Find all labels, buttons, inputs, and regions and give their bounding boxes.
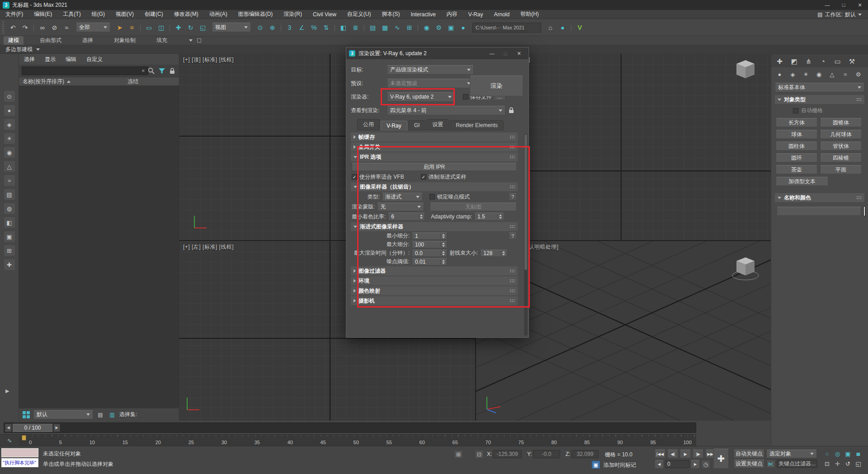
zoom-extents-icon[interactable]: ▣ xyxy=(844,450,852,458)
zoom-all-icon[interactable]: ◎ xyxy=(833,450,842,458)
previous-frame-arrow-icon[interactable]: ◀ xyxy=(5,424,12,432)
view-cube[interactable] xyxy=(733,58,758,82)
dialog-restore-button[interactable]: □ xyxy=(499,47,512,59)
motion-tab-icon[interactable]: ◔ xyxy=(816,55,830,67)
mirror-icon[interactable]: ◧ xyxy=(338,22,349,33)
dialog-scrollbar[interactable] xyxy=(524,133,528,336)
separator[interactable]: | xyxy=(416,22,420,33)
angle-snap-icon[interactable]: ∠ xyxy=(296,22,307,33)
auto-key-button[interactable]: 自动关键点 xyxy=(734,450,764,458)
strip-expand-icon[interactable]: ▶ xyxy=(5,388,9,394)
lock-icon[interactable] xyxy=(168,67,176,75)
preset-dropdown[interactable]: 未选定预设 xyxy=(387,79,474,88)
object-color-swatch[interactable] xyxy=(864,207,865,216)
pan-icon[interactable]: ✛ xyxy=(833,460,842,468)
render-production-icon[interactable]: ● xyxy=(458,22,469,33)
utilities-tab-icon[interactable]: ⚒ xyxy=(845,55,859,67)
min-subdivs-spinner[interactable]: 1 xyxy=(412,232,447,240)
global-switches-rollout-header[interactable]: 全局开关 xyxy=(351,142,518,152)
frozen-column-header[interactable]: 冻结 xyxy=(127,78,138,85)
cameras-category-icon[interactable]: ◉ xyxy=(813,69,825,80)
lock-viewport-icon[interactable] xyxy=(507,106,515,114)
render-preview-icon[interactable]: ● xyxy=(557,22,568,33)
object-type-button[interactable]: 圆柱体 xyxy=(776,142,817,151)
menu-item[interactable]: 动画(A) xyxy=(204,10,233,19)
help-button[interactable]: ? xyxy=(509,193,517,200)
search-input[interactable] xyxy=(22,66,148,75)
frame-buffer-rollout-header[interactable]: 帧缓存 xyxy=(351,133,518,142)
frame-forward-icon[interactable]: ▶ xyxy=(691,460,700,469)
time-configuration-icon[interactable]: ◷ xyxy=(701,460,710,469)
bind-to-space-warp-icon[interactable]: ≈ xyxy=(61,22,72,33)
ipr-options-rollout-header[interactable]: IPR 选项 xyxy=(351,152,518,161)
zoom-icon[interactable]: ○ xyxy=(823,450,831,458)
percent-snap-icon[interactable]: % xyxy=(308,22,320,33)
hierarchy-tab-icon[interactable]: ⋔ xyxy=(802,55,815,67)
explorer-menu-item[interactable]: 选择 xyxy=(19,56,40,63)
object-name-input[interactable] xyxy=(777,207,861,216)
x-coordinate-field[interactable]: -125.309 xyxy=(493,450,522,458)
ribbon-tab-selection[interactable]: 选择 xyxy=(78,36,98,45)
display-tab-icon[interactable]: ▭ xyxy=(831,55,844,67)
key-filters-button[interactable]: 关键点过滤器... xyxy=(777,460,817,468)
zoom-region-icon[interactable]: ⊡ xyxy=(823,460,831,468)
select-by-name-icon[interactable]: ≡ xyxy=(126,22,137,33)
explorer-menu-item[interactable]: 编辑 xyxy=(61,56,81,63)
shapes-category-icon[interactable]: ◈ xyxy=(787,69,798,80)
lights-category-icon[interactable]: ☀ xyxy=(800,69,811,80)
explorer-menu-item[interactable]: 显示 xyxy=(40,56,61,63)
use-pivot-point-center-icon[interactable]: ⊙ xyxy=(255,22,266,33)
display-spacewarps-icon[interactable]: ≈ xyxy=(4,175,15,186)
object-type-button[interactable]: 长方体 xyxy=(776,118,817,127)
tab-render-elements[interactable]: Render Elements xyxy=(450,120,504,130)
ribbon-tab-populate[interactable]: 填充 xyxy=(152,36,172,45)
ribbon-options-icon[interactable] xyxy=(197,38,201,43)
display-helpers-icon[interactable]: △ xyxy=(4,161,15,172)
toolbar-drag-handle[interactable] xyxy=(2,21,5,34)
separator[interactable]: | xyxy=(32,22,36,33)
geometry-category-icon[interactable]: ● xyxy=(774,69,785,80)
ribbon-tab-modeling[interactable]: 建模 xyxy=(4,36,24,45)
menu-item[interactable]: 工具(T) xyxy=(57,10,86,19)
add-time-tag-label[interactable]: 添加时间标记 xyxy=(604,461,636,469)
menu-item[interactable]: 帮助(H) xyxy=(515,10,544,19)
renderer-dropdown[interactable]: V-Ray 6, update 2 xyxy=(387,92,455,102)
select-and-link-icon[interactable]: ∞ xyxy=(37,22,48,33)
project-folder-icon[interactable]: ⌂ xyxy=(545,22,556,33)
display-plus-icon[interactable]: ✚ xyxy=(4,259,15,270)
object-type-button[interactable]: 四棱锥 xyxy=(820,153,862,162)
view-cube[interactable] xyxy=(731,253,760,284)
window-crossing-icon[interactable]: ◫ xyxy=(156,22,167,33)
display-containers-icon[interactable]: ▣ xyxy=(4,231,15,242)
menu-item[interactable]: Arnold xyxy=(489,10,515,19)
menu-item[interactable]: 图形编辑器(D) xyxy=(233,10,278,19)
orbit-icon[interactable]: ↺ xyxy=(844,460,852,468)
maximize-viewport-icon[interactable]: ◱ xyxy=(854,460,863,468)
spacewarps-category-icon[interactable]: ≈ xyxy=(840,69,851,80)
menu-item[interactable]: 视图(V) xyxy=(110,10,139,19)
play-icon[interactable]: ▶ xyxy=(680,450,691,458)
display-all-icon[interactable]: ⊙ xyxy=(4,91,15,102)
separator[interactable]: | xyxy=(279,22,283,33)
max-subdivs-spinner[interactable]: 100 xyxy=(412,241,447,248)
track-bar[interactable]: 0510152025303540455055606570758085909510… xyxy=(19,434,696,446)
menu-item[interactable]: 修改器(M) xyxy=(169,10,204,19)
viewport-label[interactable]: [+] [左] [标准] [线框] xyxy=(183,243,234,251)
menu-item[interactable]: Interactive xyxy=(405,10,441,19)
camera-rollout-header[interactable]: 摄影机 xyxy=(351,296,518,305)
menu-item[interactable]: Civil View xyxy=(307,10,342,19)
curve-editor-icon[interactable]: ∿ xyxy=(392,22,403,33)
min-shading-rate-spinner[interactable]: 6 xyxy=(388,213,425,221)
layer-manager-icon[interactable]: ▤ xyxy=(367,22,378,33)
material-editor-icon[interactable]: ◉ xyxy=(421,22,432,33)
object-type-button[interactable]: 几何球体 xyxy=(820,130,862,139)
z-coordinate-field[interactable]: 32.099 xyxy=(571,450,599,458)
name-column-header[interactable]: 名称(按升序排序) xyxy=(23,78,64,85)
selected-object-dropdown[interactable]: 选定对象 xyxy=(766,450,817,458)
object-type-rollout-header[interactable]: 对象类型 xyxy=(775,95,864,104)
fit-resolution-vfb-checkbox[interactable]: ✓ xyxy=(352,174,357,180)
snap-toggle-3d-icon[interactable]: 3 xyxy=(284,22,295,33)
render-mask-dropdown[interactable]: 无 xyxy=(377,203,424,211)
no-map-button[interactable]: 无贴图 xyxy=(430,203,517,211)
max-render-time-spinner[interactable]: 0.0 xyxy=(412,250,447,257)
